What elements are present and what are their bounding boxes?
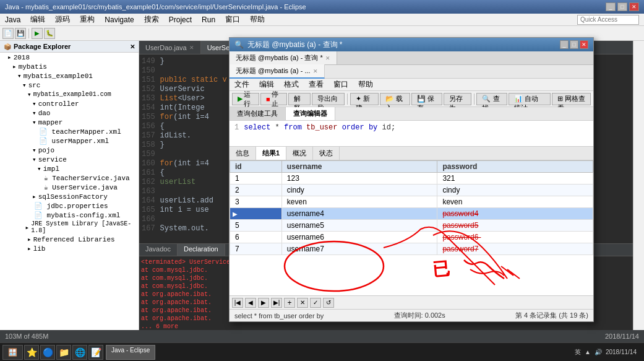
sql-new-btn[interactable]: ✦ 新建 [350, 93, 379, 105]
taskbar-app-4[interactable]: 🌐 [72, 345, 87, 360]
table-row[interactable]: 3 keven keven [230, 196, 593, 208]
tab-userDao[interactable]: UserDao.java ✕ [139, 41, 201, 54]
tree-item-jdbc[interactable]: 📄 jdbc.properties [0, 201, 139, 211]
taskbar-app-3[interactable]: 📁 [56, 345, 71, 360]
result-tab-result1[interactable]: 结果1 [256, 147, 286, 160]
col-header-username: username [281, 161, 437, 173]
sql-find-btn[interactable]: 🔍 查找 [476, 93, 507, 105]
tree-item-pojo[interactable]: ▾pojo [0, 146, 139, 155]
sql-load-btn[interactable]: 📂 载入 [380, 93, 411, 105]
table-row[interactable]: 6 username6 password6- [230, 232, 593, 243]
sql-top-tab-1[interactable]: 无标题 @mybatis (a) - 查询 * ✕ [230, 51, 337, 64]
menu-run[interactable]: Run [197, 14, 220, 25]
tree-item-controller[interactable]: ▾controller [0, 99, 139, 108]
tree-item-impl[interactable]: ▾impl [0, 164, 139, 173]
nav-check-btn[interactable]: ✓ [310, 298, 321, 308]
tree-item-dao[interactable]: ▾dao [0, 108, 139, 118]
query-tab-editor[interactable]: 查询编辑器 [286, 107, 335, 120]
menu-java[interactable]: Java [0, 14, 25, 25]
toolbar-new-btn[interactable]: 📄 [2, 28, 14, 39]
table-row[interactable]: 5 username5 password5 [230, 220, 593, 232]
sql-save-btn[interactable]: 💾 保存 [411, 93, 442, 105]
sql-autostat-btn[interactable]: 📊 自动统计 [509, 93, 550, 105]
sql-editor-area[interactable]: 1 select * from tb_user order by id; [230, 121, 593, 147]
tree-item-mybatis-config[interactable]: 📄 mybatis-config.xml [0, 211, 139, 220]
menu-navigate[interactable]: Navigate [100, 14, 139, 25]
nav-add-btn[interactable]: + [284, 298, 295, 308]
toolbar-debug-btn[interactable]: 🐛 [44, 28, 55, 39]
sql-menu-view[interactable]: 查看 [304, 78, 328, 91]
menu-project[interactable]: Project [164, 14, 197, 25]
tree-item-service[interactable]: ▾service [0, 155, 139, 164]
tree-item-mybatis-example01[interactable]: ▾mybatis_example01 [0, 71, 139, 80]
sql-dialog-minimize[interactable]: _ [560, 40, 569, 49]
sql-top-tab-1-close[interactable]: ✕ [325, 55, 330, 61]
menu-source[interactable]: 源码 [50, 13, 75, 26]
result-tab-overview[interactable]: 概况 [286, 147, 313, 160]
sql-inner-tab-active[interactable]: 无标题 @mybatis (a) - ... ✕ [230, 64, 325, 79]
tree-item-2018[interactable]: ▸2018 [0, 53, 139, 62]
nav-prev-btn[interactable]: ◀ [245, 298, 256, 308]
tab-userDao-close[interactable]: ✕ [189, 45, 194, 51]
nav-first-btn[interactable]: |◀ [232, 298, 243, 308]
quick-access-input[interactable] [577, 15, 639, 25]
sql-menu-help[interactable]: 帮助 [353, 78, 378, 91]
sql-menu-window[interactable]: 窗口 [328, 78, 353, 91]
sql-explain-btn[interactable]: 解释 [288, 93, 311, 105]
sql-stop-btn[interactable]: ■ 停止 [260, 93, 287, 105]
cell-password: password5 [437, 220, 593, 232]
menu-refactor[interactable]: 重构 [75, 13, 100, 26]
nav-reload-btn[interactable]: ↺ [323, 298, 334, 308]
tree-item-com[interactable]: ▾mybatis_example01.com [0, 90, 139, 99]
pkg-explorer-close[interactable]: ✕ [130, 43, 135, 50]
sql-dialog-maximize[interactable]: □ [570, 40, 578, 49]
menu-search[interactable]: 搜索 [139, 13, 164, 26]
tree-item-mapper[interactable]: ▾mapper [0, 118, 139, 127]
tree-item-teacherService[interactable]: ☕ TeacherService.java [0, 173, 139, 183]
sql-export-btn[interactable]: 导出向导 [312, 93, 345, 105]
nav-next-btn[interactable]: ▶ [258, 298, 269, 308]
menu-help[interactable]: 帮助 [245, 13, 270, 26]
sql-grid-btn[interactable]: ⊞ 网格查看 [552, 93, 591, 105]
nav-delete-btn[interactable]: ✕ [297, 298, 308, 308]
tab-javadoc[interactable]: Javadoc [139, 244, 178, 256]
close-btn[interactable]: ✕ [629, 2, 639, 11]
tree-item-userMapper[interactable]: 📄 userMapper.xml [0, 136, 139, 146]
query-tab-builder[interactable]: 查询创建工具 [230, 107, 286, 120]
tree-item-teacherMapper[interactable]: 📄 teacherMapper.xml [0, 127, 139, 136]
tree-item-userService[interactable]: ☕ UserService.java [0, 183, 139, 192]
result-tab-status[interactable]: 状态 [313, 147, 340, 160]
tree-item-src[interactable]: ▾src [0, 80, 139, 90]
sql-status-time: 查询时间: 0.002s [394, 311, 445, 320]
minimize-btn[interactable]: _ [606, 2, 616, 11]
table-row[interactable]: 2 cindy cindy [230, 185, 593, 196]
taskbar-app-5[interactable]: 📝 [88, 345, 103, 360]
toolbar-save-btn[interactable]: 💾 [15, 28, 26, 39]
sql-dialog-close[interactable]: ✕ [580, 40, 588, 49]
start-button[interactable]: 🪟 [2, 345, 23, 360]
result-tab-info[interactable]: 信息 [230, 147, 256, 160]
sql-saveas-btn[interactable]: 另存为 [444, 93, 471, 105]
table-row[interactable]: 1 123 321 [230, 173, 593, 185]
tree-item-ref-libs[interactable]: ▸Referenced Libraries [0, 235, 139, 244]
toolbar-run-btn[interactable]: ▶ [32, 28, 43, 39]
table-row-selected[interactable]: ▶ username4 password4 [230, 208, 593, 220]
sql-status-query: select * from tb_user order by [234, 312, 324, 320]
taskbar-eclipse-app[interactable]: Java - Eclipse [106, 345, 155, 360]
taskbar-app-1[interactable]: ⭐ [24, 345, 39, 360]
maximize-btn[interactable]: □ [617, 2, 627, 11]
tree-item-lib[interactable]: ▸lib [0, 244, 139, 253]
tree-item-sqlsession[interactable]: ▸sqlSessionFactory [0, 192, 139, 201]
tree-item-mybatis[interactable]: ▸mybatis [0, 62, 139, 71]
nav-last-btn[interactable]: ▶| [271, 298, 282, 308]
tab-declaration[interactable]: Declaration [178, 244, 225, 256]
tree-item-jre[interactable]: ▸JRE System Library [JavaSE-1.8] [0, 220, 139, 235]
sql-menu-format[interactable]: 格式 [279, 78, 304, 91]
table-row[interactable]: 7 username7 password7 [230, 243, 593, 255]
taskbar-app-2[interactable]: 🔵 [40, 345, 55, 360]
result-table-container[interactable]: id username password 1 123 321 [230, 160, 593, 295]
menu-edit[interactable]: 编辑 [25, 13, 50, 26]
sql-inner-tab-close[interactable]: ✕ [313, 68, 318, 74]
menu-window[interactable]: 窗口 [220, 13, 245, 26]
sql-run-btn[interactable]: ▶ 运行 [232, 93, 259, 105]
